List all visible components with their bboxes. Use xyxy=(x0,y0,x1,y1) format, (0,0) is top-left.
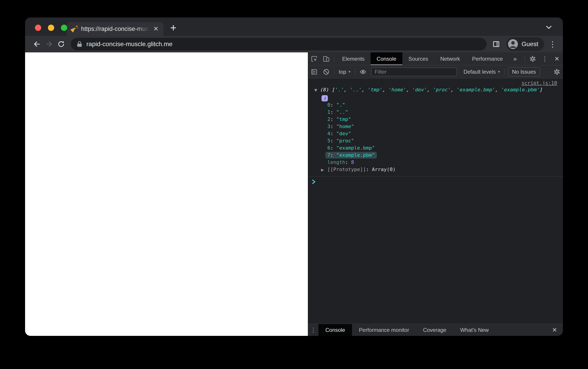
issues-counter-button[interactable]: No Issues xyxy=(508,67,540,76)
entry-value: "example.pbm" xyxy=(336,152,375,158)
array-count: (8) xyxy=(320,87,332,92)
drawer-close-icon[interactable]: ✕ xyxy=(552,327,557,334)
preview-item-1: '..' xyxy=(350,87,362,92)
devtools-tab-console[interactable]: Console xyxy=(371,52,402,65)
entry-index: 1 xyxy=(327,109,330,115)
console-sidebar-toggle-icon[interactable] xyxy=(308,65,320,78)
array-entry-2[interactable]: 2: "tmp" xyxy=(308,116,563,123)
devtools-tab-sources[interactable]: Sources xyxy=(402,52,434,65)
entry-value: "proc" xyxy=(336,138,354,144)
lock-icon[interactable] xyxy=(77,41,82,48)
highlighted-entry: 7: "example.pbm" xyxy=(325,152,377,159)
context-selector[interactable]: top ▾ xyxy=(336,69,353,75)
console-message: script.js:10 ▼ (8) ['.', '..', 'tmp', 'h… xyxy=(308,78,563,176)
inspect-element-icon[interactable] xyxy=(308,52,320,65)
devtools-tab-elements[interactable]: Elements xyxy=(336,52,371,65)
separator: , xyxy=(383,87,388,92)
devtools-tab-bar: ElementsConsoleSourcesNetworkPerformance… xyxy=(308,52,563,65)
drawer-tab-what-s-new[interactable]: What's New xyxy=(453,324,496,336)
window-controls xyxy=(35,25,67,31)
array-entry-0[interactable]: 0: "." xyxy=(308,102,563,109)
page-viewport[interactable] xyxy=(25,52,308,336)
drawer-menu-icon[interactable]: ⋮ xyxy=(308,327,318,334)
new-tab-button[interactable]: + xyxy=(170,22,176,33)
more-tabs-icon[interactable]: » xyxy=(509,55,521,62)
tab-title: https://rapid-concise-muscle.g xyxy=(81,26,149,32)
collapsed-triangle-icon[interactable]: ▶ xyxy=(321,166,327,174)
drawer-tab-coverage[interactable]: Coverage xyxy=(416,324,453,336)
array-entry-1[interactable]: 1: ".." xyxy=(308,109,563,116)
window-content: ElementsConsoleSourcesNetworkPerformance… xyxy=(25,52,563,336)
preview-item-3: 'home' xyxy=(388,87,406,92)
log-levels-selector[interactable]: Default levels ▾ xyxy=(461,69,503,75)
clear-console-icon[interactable] xyxy=(320,65,332,78)
browser-window: https://rapid-concise-muscle.g ✕ + xyxy=(25,18,563,336)
profile-button[interactable]: Guest xyxy=(506,37,544,51)
array-preview-row[interactable]: ▼ (8) ['.', '..', 'tmp', 'home', 'dev', … xyxy=(308,86,563,94)
entry-value: "example.bmp" xyxy=(336,145,375,151)
devtools-close-icon[interactable]: ✕ xyxy=(551,52,563,65)
devtools-tab-performance[interactable]: Performance xyxy=(466,52,509,65)
forward-icon[interactable] xyxy=(43,40,55,48)
drawer-tab-performance-monitor[interactable]: Performance monitor xyxy=(352,324,416,336)
array-entry-3[interactable]: 3: "home" xyxy=(308,123,563,130)
entry-index: 0 xyxy=(327,102,330,108)
party-popper-favicon xyxy=(71,26,78,32)
preview-item-2: 'tmp' xyxy=(368,87,383,92)
preview-item-0: '.' xyxy=(335,87,344,92)
tab-strip: https://rapid-concise-muscle.g ✕ + xyxy=(25,18,563,36)
array-entry-5[interactable]: 5: "proc" xyxy=(308,137,563,144)
avatar xyxy=(508,39,518,49)
entry-content: 3: "home" xyxy=(327,123,354,129)
entry-value: ".." xyxy=(336,109,348,115)
entry-content: 1: ".." xyxy=(327,109,348,115)
array-entry-4[interactable]: 4: "dev" xyxy=(308,130,563,137)
devtools-menu-icon[interactable]: ⋮ xyxy=(539,52,551,65)
separator: , xyxy=(427,87,433,92)
browser-tab[interactable]: https://rapid-concise-muscle.g ✕ xyxy=(67,22,163,36)
colon: : xyxy=(330,116,336,122)
array-entry-7[interactable]: 7: "example.pbm" xyxy=(308,152,563,159)
devtools-panel: ElementsConsoleSourcesNetworkPerformance… xyxy=(308,52,563,336)
reload-icon[interactable] xyxy=(55,40,67,48)
profile-label: Guest xyxy=(521,41,538,48)
open-bracket: [ xyxy=(332,87,335,92)
live-expression-eye-icon[interactable] xyxy=(357,65,369,78)
console-prompt[interactable] xyxy=(308,176,563,184)
tab-close-icon[interactable]: ✕ xyxy=(152,26,159,32)
preview-item-7: 'example.pbm' xyxy=(501,87,540,92)
console-settings-gear-icon[interactable] xyxy=(551,65,563,78)
drawer-tab-console[interactable]: Console xyxy=(318,324,352,336)
prototype-row[interactable]: ▶ [[Prototype]]: Array(0) xyxy=(308,166,563,174)
device-toolbar-icon[interactable] xyxy=(320,52,332,65)
separator: , xyxy=(344,87,350,92)
entry-content: 0: "." xyxy=(327,102,345,108)
close-window-button[interactable] xyxy=(35,25,41,31)
back-icon[interactable] xyxy=(31,40,43,48)
fullscreen-window-button[interactable] xyxy=(61,25,67,31)
chevron-down-icon: ▾ xyxy=(348,69,350,74)
separator: , xyxy=(495,87,501,92)
entry-content: 6: "example.bmp" xyxy=(327,145,375,151)
devtools-tab-network[interactable]: Network xyxy=(434,52,466,65)
chevron-down-icon[interactable] xyxy=(545,25,553,30)
console-filter-input[interactable] xyxy=(371,68,457,76)
colon: : xyxy=(330,152,336,158)
separator: , xyxy=(406,87,412,92)
array-preview-text: (8) ['.', '..', 'tmp', 'home', 'dev', 'p… xyxy=(320,86,543,94)
minimize-window-button[interactable] xyxy=(48,25,54,31)
browser-menu-icon[interactable]: ⋮ xyxy=(548,40,557,49)
entry-index: 2 xyxy=(327,116,330,122)
entry-value: "." xyxy=(336,102,345,108)
browser-toolbar: rapid-concise-muscle.glitch.me Guest ⋮ xyxy=(25,36,563,52)
expanded-triangle-icon[interactable]: ▼ xyxy=(314,86,320,94)
source-location-link[interactable]: script.js:10 xyxy=(521,80,557,86)
array-entry-6[interactable]: 6: "example.bmp" xyxy=(308,144,563,152)
side-panel-icon[interactable] xyxy=(490,40,502,48)
preview-item-4: 'dev' xyxy=(412,87,427,92)
address-bar[interactable]: rapid-concise-muscle.glitch.me xyxy=(71,38,487,50)
devtools-drawer: ⋮ ConsolePerformance monitorCoverageWhat… xyxy=(308,324,563,336)
colon: : xyxy=(330,145,336,151)
entry-index: 3 xyxy=(327,123,330,129)
devtools-settings-gear-icon[interactable] xyxy=(527,52,539,65)
